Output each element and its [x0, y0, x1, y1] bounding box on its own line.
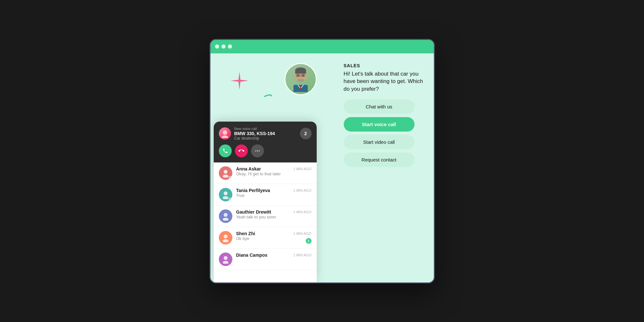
contact-time: 1 MIN AGO [293, 189, 311, 192]
contact-item[interactable]: Anna Askar Okay, I'll get to that later … [214, 162, 317, 184]
online-indicator [229, 176, 232, 179]
browser-content: SALES Hi! Let's talk about that car you … [210, 53, 434, 282]
svg-point-19 [223, 196, 229, 199]
chat-button[interactable]: Chat with us [344, 99, 415, 114]
browser-titlebar [210, 40, 434, 53]
svg-point-8 [300, 77, 301, 78]
svg-point-24 [224, 256, 228, 260]
contact-time: 1 MIN AGO [293, 253, 311, 257]
decline-call-button[interactable] [235, 144, 248, 157]
agent-avatar [285, 63, 317, 95]
svg-point-21 [223, 218, 229, 221]
online-indicator [229, 198, 232, 201]
svg-point-20 [224, 213, 228, 217]
phone-panel: New voice call BMW 330, KSS-194 Car deal… [214, 122, 317, 282]
svg-point-13 [255, 150, 256, 151]
unread-badge: 1 [306, 238, 312, 244]
sales-panel: SALES Hi! Let's talk about that car you … [344, 63, 427, 170]
contact-preview: Yeah talk to you soon [236, 215, 312, 219]
contact-avatar [219, 231, 232, 244]
call-subtitle: Car dealership [234, 136, 275, 141]
svg-point-6 [297, 75, 298, 76]
svg-point-9 [297, 79, 304, 82]
request-contact-button[interactable]: Request contact [344, 152, 415, 167]
browser-window: SALES Hi! Let's talk about that car you … [210, 39, 435, 283]
call-text-info: New voice call BMW 330, KSS-194 Car deal… [234, 127, 275, 141]
contact-avatar [219, 209, 232, 223]
contact-avatar [219, 253, 232, 266]
contact-time: 1 MIN AGO [293, 210, 311, 214]
sales-label: SALES [344, 63, 427, 68]
svg-rect-2 [295, 70, 306, 74]
svg-point-25 [223, 261, 229, 264]
contact-avatar [219, 188, 232, 201]
traffic-light-1 [215, 44, 219, 49]
call-badge: 2 [300, 128, 312, 139]
call-actions [219, 144, 312, 157]
svg-point-14 [257, 150, 258, 151]
accept-call-button[interactable] [219, 144, 232, 157]
call-label: New voice call [234, 127, 275, 131]
caller-avatar [219, 127, 231, 140]
contact-avatar [219, 166, 232, 180]
call-title: BMW 330, KSS-194 [234, 131, 275, 136]
incoming-call-card: New voice call BMW 330, KSS-194 Car deal… [214, 122, 317, 162]
call-info: New voice call BMW 330, KSS-194 Car deal… [219, 127, 275, 141]
more-options-button[interactable] [251, 144, 264, 157]
svg-point-17 [223, 175, 229, 178]
sales-message: Hi! Let's talk about that car you have b… [344, 70, 427, 93]
contact-list: Anna Askar Okay, I'll get to that later … [214, 162, 317, 270]
contact-item[interactable]: Gauthier Drewitt Yeah talk to you soon 1… [214, 206, 317, 227]
svg-point-22 [224, 235, 228, 238]
svg-point-18 [224, 191, 228, 195]
svg-point-23 [223, 239, 229, 242]
svg-point-7 [302, 75, 303, 76]
svg-point-11 [223, 130, 227, 135]
contact-time: 1 MIN AGO [293, 167, 311, 171]
svg-point-16 [224, 170, 228, 174]
call-header: New voice call BMW 330, KSS-194 Car deal… [219, 127, 312, 141]
video-call-button[interactable]: Start video call [344, 135, 415, 149]
contact-preview: True [236, 193, 312, 198]
voice-call-button[interactable]: Start voice call [344, 117, 415, 132]
contact-item[interactable]: Tania Perfilyeva True 1 MIN AGO [214, 184, 317, 206]
contact-item[interactable]: Shen Zhi Ok bye 1 MIN AGO 1 [214, 227, 317, 249]
contact-time: 1 MIN AGO [293, 232, 311, 235]
contact-preview: Okay, I'll get to that later [236, 171, 312, 176]
svg-point-12 [222, 135, 228, 138]
svg-point-15 [258, 150, 259, 151]
decorative-star [230, 71, 249, 93]
traffic-light-3 [228, 44, 232, 49]
contact-preview: Ok bye [236, 236, 312, 241]
contact-item[interactable]: Diana Campos 1 MIN AGO [214, 249, 317, 270]
traffic-light-2 [221, 44, 226, 49]
decorative-leaf [261, 90, 273, 102]
